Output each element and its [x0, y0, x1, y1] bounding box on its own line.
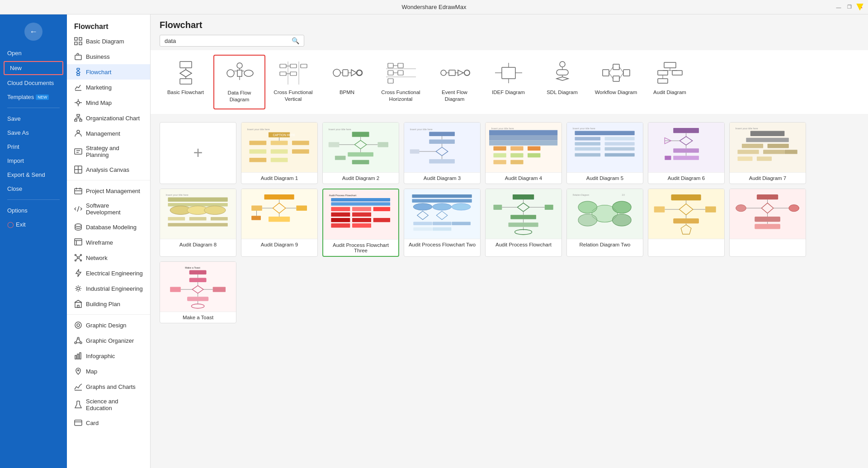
category-item-management[interactable]: Management: [67, 126, 150, 141]
search-input[interactable]: [165, 38, 292, 44]
template-card-audit-process-2[interactable]: Audit Process Flowchart Two: [404, 189, 481, 257]
template-card-audit-8[interactable]: Insert your title here Audit Di: [160, 189, 236, 257]
sidebar-item-import[interactable]: Import: [0, 154, 67, 168]
category-item-mindmap[interactable]: Mind Map: [67, 95, 150, 110]
diagram-type-cross-h[interactable]: Cross Functional Horizontal: [375, 55, 427, 109]
svg-rect-99: [388, 71, 393, 75]
category-item-organizer[interactable]: Graphic Organizer: [67, 333, 150, 348]
relation-two-thumb: Relation Diagram 2.0: [571, 191, 639, 236]
diagram-type-workflow[interactable]: Workflow Diagram: [590, 55, 642, 109]
sidebar-item-open[interactable]: Open: [0, 46, 67, 60]
sidebar-item-cloud[interactable]: Cloud Documents: [0, 76, 67, 90]
diagram-type-audit[interactable]: Audit Diagram: [644, 55, 696, 109]
add-new-template[interactable]: +: [160, 122, 236, 184]
category-item-marketing[interactable]: Marketing: [67, 80, 150, 95]
sidebar-item-templates[interactable]: Templates NEW: [0, 90, 67, 104]
sidebar-item-save[interactable]: Save: [0, 112, 67, 126]
svg-rect-247: [352, 223, 371, 227]
diagram-type-cross-v[interactable]: Cross Functional Vertical: [267, 55, 319, 109]
svg-rect-175: [489, 141, 557, 146]
category-item-software[interactable]: Software Development: [67, 199, 150, 219]
sidebar-item-saveas[interactable]: Save As: [0, 126, 67, 140]
template-card-audit-4[interactable]: Insert your title here: [485, 122, 562, 184]
category-item-card[interactable]: Card: [67, 415, 150, 430]
audit-3-thumb: Insert your title here: [408, 125, 476, 170]
svg-rect-124: [613, 76, 619, 81]
diagram-type-idef[interactable]: IDEF Diagram: [482, 55, 534, 109]
svg-point-75: [237, 63, 242, 68]
svg-rect-313: [170, 287, 181, 292]
category-item-database[interactable]: Database Modeling: [67, 219, 150, 235]
search-icon[interactable]: 🔍: [292, 37, 299, 44]
svg-rect-65: [75, 420, 82, 425]
template-card-make-toast[interactable]: Make a Toast: [160, 261, 236, 323]
electrical-icon: [74, 269, 82, 277]
diagram-types-section: Basic Flowchart: [151, 50, 868, 114]
cross-v-icon: [278, 61, 309, 85]
back-button[interactable]: ←: [24, 23, 42, 41]
svg-rect-211: [785, 150, 797, 154]
category-item-electrical[interactable]: Electrical Engineering: [67, 265, 150, 281]
category-item-industrial[interactable]: Industrial Engineering: [67, 281, 150, 296]
category-item-building[interactable]: Building Plan: [67, 296, 150, 312]
template-card-audit-6[interactable]: Audit Diagram 6: [648, 122, 725, 184]
template-card-15[interactable]: [729, 189, 806, 257]
sidebar-divider-2: [7, 199, 60, 200]
template-card-14[interactable]: [648, 189, 725, 257]
software-icon: [74, 205, 82, 213]
sidebar-item-close[interactable]: Close: [0, 182, 67, 196]
category-item-infographic[interactable]: Infographic: [67, 348, 150, 364]
template-card-audit-2[interactable]: Insert your title here: [322, 122, 399, 184]
diagram-type-event-flow[interactable]: Event Flow Diagram: [429, 55, 481, 109]
sidebar-item-print[interactable]: Print: [0, 140, 67, 154]
template-card-audit-7[interactable]: Insert your title here Audit Di: [729, 122, 806, 184]
template-thumb: [648, 123, 724, 172]
template-card-audit-9[interactable]: Audit Diagram 9: [241, 189, 318, 257]
category-item-graphic[interactable]: Graphic Design: [67, 317, 150, 333]
svg-rect-98: [388, 63, 393, 68]
template-card-audit-process[interactable]: Audit Process Flowchart: [485, 189, 562, 257]
svg-line-129: [619, 73, 623, 79]
template-card-audit-5[interactable]: Insert your title here Audit Di: [566, 122, 643, 184]
templates-badge: NEW: [36, 95, 49, 100]
svg-rect-101: [398, 63, 403, 68]
sidebar-item-export[interactable]: Export & Send: [0, 168, 67, 182]
minimize-button[interactable]: —: [835, 3, 843, 11]
template-card-audit-3[interactable]: Insert your title here Audit Di: [404, 122, 481, 184]
category-item-science[interactable]: Science and Education: [67, 394, 150, 415]
template-label: Audit Diagram 1: [241, 172, 317, 184]
diagram-type-basic-flowchart[interactable]: Basic Flowchart: [160, 55, 212, 109]
template-card-audit-1[interactable]: Insert your title here CAPTION HERE: [241, 122, 318, 184]
template-thumb: [241, 189, 317, 239]
sidebar-item-new[interactable]: New: [4, 61, 63, 75]
category-item-flowchart[interactable]: Flowchart: [67, 64, 150, 80]
template-thumb: Insert your title here CAPTION HERE: [241, 123, 317, 172]
category-item-network[interactable]: Network: [67, 250, 150, 265]
template-label: Make a Toast: [160, 312, 236, 323]
sidebar-item-exit[interactable]: ◯ Exit: [0, 217, 67, 232]
category-item-project[interactable]: Project Management: [67, 183, 150, 199]
category-item-wireframe[interactable]: Wireframe: [67, 235, 150, 250]
svg-rect-157: [329, 142, 340, 147]
category-item-strategy[interactable]: Strategy and Planning: [67, 141, 150, 162]
svg-point-250: [414, 203, 433, 210]
diagram-type-data-flow[interactable]: Data Flow Diagram: [213, 55, 265, 109]
svg-rect-215: [168, 198, 228, 202]
category-item-orgchart[interactable]: Organizational Chart: [67, 110, 150, 126]
category-item-map[interactable]: Map: [67, 364, 150, 379]
diagram-type-label: Event Flow Diagram: [433, 89, 476, 103]
template-card-relation-two[interactable]: Relation Diagram 2.0: [566, 189, 643, 257]
diagram-type-bpmn[interactable]: BPMN: [321, 55, 373, 109]
svg-rect-188: [575, 147, 601, 151]
category-item-basic-diagram[interactable]: Basic Diagram: [67, 33, 150, 49]
sidebar-item-options[interactable]: Options: [0, 203, 67, 217]
category-item-analysis[interactable]: Analysis Canvas: [67, 162, 150, 177]
category-item-business[interactable]: Business: [67, 49, 150, 64]
svg-line-56: [76, 339, 78, 342]
diagram-type-sdl[interactable]: SDL Diagram: [536, 55, 588, 109]
svg-rect-144: [250, 150, 267, 154]
template-card-audit-process-3[interactable]: Audit Process Flowchart: [322, 189, 399, 257]
category-item-graphs[interactable]: Graphs and Charts: [67, 379, 150, 394]
maximize-button[interactable]: ❐: [845, 3, 854, 11]
svg-point-279: [613, 214, 632, 226]
